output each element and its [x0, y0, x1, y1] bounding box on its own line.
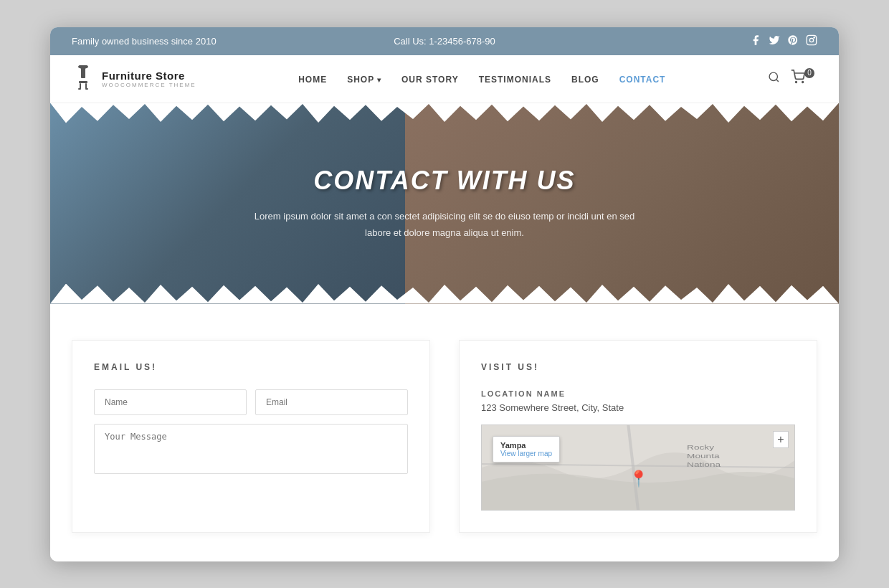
svg-line-11 — [776, 79, 779, 81]
logo-text: Furniture Store WOOCOMMERCE THEME — [102, 70, 196, 88]
form-name-email-row — [94, 389, 408, 415]
svg-text:Mounta: Mounta — [687, 452, 720, 460]
map-popup: Yampa View larger map — [493, 436, 560, 463]
map-city-name: Yampa — [500, 441, 552, 450]
hero-subtitle: Lorem ipsum dolor sit amet a con sectet … — [244, 209, 645, 240]
cart-icon — [791, 70, 805, 87]
map-container: Rocky Mounta Nationa Yampa View larger m… — [481, 425, 795, 511]
content-area: EMAIL US! VISIT US! LOCATION NAME 123 So… — [50, 304, 839, 561]
svg-point-2 — [814, 37, 814, 37]
location-label: LOCATION NAME — [481, 389, 795, 398]
search-icon[interactable] — [768, 71, 780, 87]
cart-count: 0 — [804, 68, 814, 78]
nav-bar: Furniture Store WOOCOMMERCE THEME HOME S… — [50, 55, 839, 103]
nav-item-our-story[interactable]: OUR STORY — [401, 72, 459, 85]
svg-rect-7 — [85, 83, 87, 89]
location-address: 123 Somewhere Street, City, State — [481, 402, 795, 413]
top-bar: Family owned business since 2010 Call Us… — [50, 27, 839, 55]
social-icons — [750, 34, 817, 48]
svg-rect-6 — [80, 83, 81, 89]
hero-section: CONTACT WITH US Lorem ipsum dolor sit am… — [50, 103, 839, 304]
name-input[interactable] — [94, 389, 247, 415]
hero-content: CONTACT WITH US Lorem ipsum dolor sit am… — [244, 166, 645, 240]
svg-point-13 — [802, 82, 804, 83]
logo-subtitle: WOOCOMMERCE THEME — [102, 82, 196, 88]
map-inner: Rocky Mounta Nationa Yampa View larger m… — [482, 425, 794, 510]
visit-section-heading: VISIT US! — [481, 362, 795, 372]
nav-item-testimonials[interactable]: TESTIMONIALS — [479, 72, 551, 85]
svg-point-10 — [769, 72, 777, 80]
nav-right: 0 — [768, 70, 817, 87]
logo-icon — [72, 65, 95, 93]
svg-text:Rocky: Rocky — [687, 443, 714, 452]
nav-item-home[interactable]: HOME — [298, 72, 327, 85]
visit-section: VISIT US! LOCATION NAME 123 Somewhere St… — [459, 340, 817, 533]
top-bar-center-text: Call Us: 1-23456-678-90 — [394, 36, 495, 47]
map-zoom-button[interactable]: + — [773, 431, 789, 448]
svg-rect-9 — [85, 88, 88, 90]
svg-rect-0 — [807, 35, 816, 44]
svg-point-1 — [809, 38, 813, 42]
nav-item-contact[interactable]: CONTACT — [619, 72, 666, 85]
email-input[interactable] — [255, 389, 408, 415]
facebook-icon[interactable] — [750, 34, 761, 48]
svg-point-12 — [796, 82, 797, 83]
twitter-icon[interactable] — [769, 34, 780, 48]
logo: Furniture Store WOOCOMMERCE THEME — [72, 65, 196, 93]
svg-rect-5 — [79, 81, 87, 83]
email-section: EMAIL US! — [72, 340, 430, 533]
message-textarea[interactable] — [94, 424, 408, 474]
nav-item-shop[interactable]: SHOP — [347, 72, 381, 85]
top-bar-left-text: Family owned business since 2010 — [72, 36, 217, 47]
map-pin-icon: 📍 — [629, 470, 648, 488]
cart-area[interactable]: 0 — [791, 70, 817, 87]
svg-rect-8 — [78, 88, 81, 90]
nav-item-blog[interactable]: BLOG — [571, 72, 599, 85]
hero-title: CONTACT WITH US — [244, 166, 645, 196]
map-link[interactable]: View larger map — [500, 450, 552, 457]
pinterest-icon[interactable] — [787, 34, 799, 48]
nav-links: HOME SHOP OUR STORY TESTIMONIALS BLOG CO… — [298, 72, 665, 85]
instagram-icon[interactable] — [806, 34, 817, 48]
logo-title: Furniture Store — [102, 70, 196, 82]
email-section-heading: EMAIL US! — [94, 362, 408, 372]
svg-text:Nationa: Nationa — [687, 460, 721, 468]
svg-point-4 — [78, 65, 88, 69]
